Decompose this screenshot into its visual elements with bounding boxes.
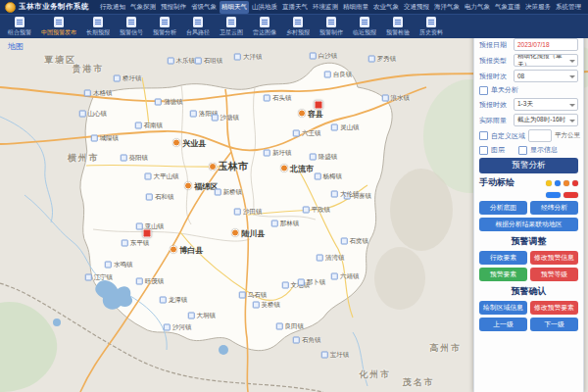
- plot-color-dot[interactable]: [546, 180, 552, 186]
- alert-marker-icon[interactable]: [143, 228, 152, 237]
- town-marker-icon: [315, 173, 321, 180]
- toolbar-item[interactable]: 预警信号: [118, 17, 145, 37]
- top-nav-item[interactable]: 气象探测: [128, 1, 158, 14]
- county-label: 博白县: [170, 244, 203, 255]
- warning-level-button[interactable]: 预警等级: [530, 268, 578, 281]
- toolbar-item[interactable]: 乡村预报: [284, 17, 312, 37]
- forecast-validity-value: 1-3天: [517, 100, 533, 109]
- town-marker-icon: [234, 54, 241, 61]
- document-icon: [160, 17, 170, 27]
- toolbar-item[interactable]: 雷达图像: [251, 17, 278, 37]
- toolbar-item-label: 卫星云图: [220, 28, 243, 37]
- toolbar-item[interactable]: 组合预警: [6, 17, 33, 37]
- forecast-date-input[interactable]: 2023/07/18: [514, 38, 578, 51]
- warning-confirm-row-1: 绘制区域信息修改预警要素: [479, 301, 578, 315]
- top-nav-item[interactable]: 省级气象: [189, 1, 219, 14]
- county-marker-icon: [184, 182, 192, 190]
- plot-color-dot[interactable]: [572, 180, 578, 186]
- toolbar-item[interactable]: 台风路径: [184, 17, 212, 37]
- top-nav-item[interactable]: 交通预报: [402, 1, 431, 14]
- warning-analysis-button[interactable]: 预警分析: [479, 158, 578, 173]
- layer-checkbox[interactable]: [479, 146, 488, 155]
- toolbar-item[interactable]: 预警分析: [151, 17, 178, 37]
- analysis-basemap-button[interactable]: 分析底图: [479, 201, 527, 215]
- top-nav-item[interactable]: 精细天气: [220, 1, 249, 14]
- plot-tool-pill[interactable]: [546, 192, 561, 198]
- toolbar-item[interactable]: 卫星云图: [218, 17, 245, 37]
- custom-area-input[interactable]: [528, 129, 552, 142]
- toolbar-item[interactable]: 预警检验: [384, 17, 412, 37]
- single-day-row: 单天分析: [479, 85, 578, 95]
- warning-elements-button[interactable]: 预警要素: [479, 268, 527, 281]
- town-marker-icon: [195, 58, 202, 65]
- top-nav-item[interactable]: 直播天气: [280, 1, 310, 14]
- top-nav-item[interactable]: 决策服务: [523, 1, 553, 14]
- toolbar-item-label: 预警信号: [120, 28, 143, 37]
- toolbar-item[interactable]: 临近预报: [351, 17, 378, 37]
- top-nav-item[interactable]: 气象直播: [493, 1, 522, 14]
- top-nav-item[interactable]: 环境监测: [311, 1, 340, 14]
- top-nav-item[interactable]: 系统管理: [554, 1, 583, 14]
- town-label: 新圩镇: [264, 148, 292, 157]
- toolbar-item-label: 历史资料: [419, 28, 443, 37]
- town-label: 蒲塘镇: [155, 97, 183, 106]
- toolbar: 组合预警中国预警发布长期预报预警信号预警分析台风路径卫星云图雷达图像乡村预报预警…: [0, 14, 588, 38]
- single-day-checkbox[interactable]: [479, 86, 488, 95]
- actual-rain-row: 实际雨量 截止为08时-16时: [479, 114, 578, 126]
- town-marker-icon: [331, 190, 338, 197]
- top-nav-item[interactable]: 精细雨量: [341, 1, 370, 14]
- toolbar-item[interactable]: 长期预报: [84, 17, 112, 37]
- town-label: 宝圩镇: [321, 351, 350, 360]
- town-label: 石角镇: [293, 335, 321, 344]
- county-marker-icon: [209, 163, 217, 171]
- edit-warning-elements-button[interactable]: 修改预警要素: [530, 301, 578, 315]
- toolbar-item-label: 长期预报: [86, 28, 110, 37]
- forecast-time-row: 预报时次 08: [479, 70, 578, 82]
- custom-area-row: 自定义区域 平方公里: [479, 129, 578, 142]
- actual-rain-select[interactable]: 截止为08时-16时: [514, 114, 578, 126]
- top-nav-item[interactable]: 农业气象: [371, 1, 401, 14]
- toolbar-item[interactable]: 历史资料: [417, 17, 445, 37]
- forecast-type-select[interactable]: 精细化预报（单天）: [514, 54, 578, 67]
- edit-warning-info-button[interactable]: 修改预警信息: [530, 251, 578, 265]
- city-label: 贵港市: [73, 63, 105, 75]
- town-marker-icon: [317, 254, 323, 261]
- town-label: 木格镇: [84, 88, 113, 97]
- show-info-checkbox[interactable]: [518, 146, 527, 155]
- top-nav-item[interactable]: 山洪地质: [250, 1, 279, 14]
- town-marker-icon: [239, 292, 246, 299]
- plot-color-dot[interactable]: [555, 180, 561, 186]
- town-label: 自良镇: [324, 70, 353, 78]
- forecast-validity-select[interactable]: 1-3天: [514, 98, 578, 111]
- document-icon: [226, 17, 236, 27]
- next-level-button[interactable]: 下一级: [530, 318, 578, 331]
- top-nav-item[interactable]: 海洋气象: [432, 1, 462, 14]
- link-region-by-result-button[interactable]: 根据分析结果联动地区: [479, 218, 578, 231]
- admin-elements-button[interactable]: 行政要素: [479, 251, 527, 265]
- prev-level-button[interactable]: 上一级: [479, 318, 527, 331]
- forecast-type-value: 精细化预报（单天）: [517, 54, 569, 67]
- draw-region-info-button[interactable]: 绘制区域信息: [479, 301, 527, 315]
- forecast-time-select[interactable]: 08: [514, 70, 578, 82]
- latlon-analysis-button[interactable]: 经纬分析: [530, 201, 578, 215]
- app-title: 玉林市业务制作系统: [19, 2, 89, 12]
- top-header: 玉林市业务制作系统 行政通知气象探测预报制作省级气象精细天气山洪地质直播天气环境…: [0, 0, 588, 14]
- town-label: 石窝镇: [341, 236, 369, 245]
- top-nav-item[interactable]: 电力气象: [463, 1, 492, 14]
- town-marker-icon: [264, 149, 270, 156]
- top-nav-item[interactable]: 预报制作: [159, 1, 188, 14]
- town-marker-icon: [298, 279, 305, 286]
- document-icon: [193, 17, 203, 27]
- toolbar-item-label: 预警分析: [153, 28, 176, 37]
- forecast-type-label: 预报类型: [479, 56, 511, 66]
- toolbar-item-label: 台风路径: [186, 28, 210, 37]
- custom-area-checkbox[interactable]: [479, 131, 488, 140]
- top-nav-item[interactable]: 行政通知: [98, 1, 127, 14]
- map-breadcrumb[interactable]: 地图: [8, 41, 24, 52]
- toolbar-item[interactable]: 中国预警发布: [39, 17, 78, 37]
- plot-tool-pill[interactable]: [564, 192, 578, 198]
- town-marker-icon: [271, 220, 278, 227]
- toolbar-item[interactable]: 预警制作: [318, 17, 345, 37]
- alert-marker-icon[interactable]: [315, 100, 323, 109]
- plot-color-dot[interactable]: [564, 180, 569, 186]
